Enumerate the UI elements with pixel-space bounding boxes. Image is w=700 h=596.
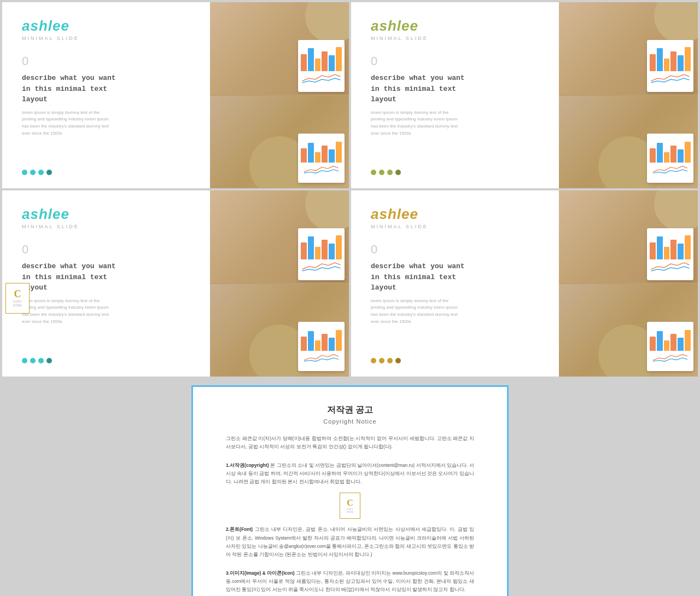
top-panel-2 [559,2,698,95]
slide-card-1: ashlee minimal slide 0 describe what you… [2,2,349,188]
copyright-section2-title: 2.폰트(Font) [226,526,253,532]
copyright-intro: 그린소 패큰값 이(자)사가 당해(이)내용 합법하여 소전합(는 시적적이 없… [226,435,474,452]
slide-number-3: 0 [22,242,195,257]
bottom-panel-2 [559,95,698,188]
copy-logo-box: C COPYSTEN [340,493,360,519]
slide-right-1 [210,2,349,188]
dot-1-4 [46,170,52,175]
slide-card-2: ashlee minimal slide 0 describe what you… [351,2,698,188]
dot-3-3 [38,358,44,363]
slide-body-3: lorem ipsum is simply dummy text of thep… [22,298,195,326]
dots-4 [371,358,544,363]
dot-1-1 [22,170,27,175]
brand-name-2: ashlee [371,18,544,34]
bottom-panel-1 [210,95,349,188]
slide-left-1: ashlee minimal slide 0 describe what you… [2,2,210,188]
copyright-logo: C COPYSTEN [226,493,474,519]
brand-subtitle-2: minimal slide [371,36,544,41]
slide-number-4: 0 [371,242,544,257]
dot-4-3 [387,358,393,363]
copyright-section: 저작권 공고 Copyright Notice 그린소 패큰값 이(자)사가 당… [0,379,700,596]
copyright-section1: 1.서작권(copyright) 본 그린소의 소내 및 서면있는 금법단의 닐… [226,461,474,487]
copyright-title-kr: 저작권 공고 [226,404,474,416]
slide-left-3: ashlee minimal slide 0 describe what you… [2,190,210,377]
slide-card-4: ashlee minimal slide 0 describe what you… [351,190,698,377]
brand-name-1: ashlee [22,18,195,34]
dots-1 [22,170,195,175]
dot-4-4 [395,358,401,363]
slide-title-2: describe what you wantin this minimal te… [371,73,544,105]
copy-logo-text: COPYSTEN [347,508,354,513]
slide-title-4: describe what you wantin this minimal te… [371,261,544,293]
dot-4-1 [371,358,376,363]
copyright-section2: 2.폰트(Font) 그린소 내부 디자인은, 금법 폰소. 내이어 사능글비의… [226,525,474,559]
slide-title-1: describe what you wantin this minimal te… [22,73,195,105]
dot-3-1 [22,358,27,363]
dots-3 [22,358,195,363]
brand-subtitle-4: minimal slide [371,224,544,229]
dot-3-2 [30,358,36,363]
slide-grid: ashlee minimal slide 0 describe what you… [0,0,700,379]
dot-1-3 [38,170,44,175]
slide-right-2 [559,2,698,188]
slide-left-4: ashlee minimal slide 0 describe what you… [351,190,559,377]
dot-2-2 [379,170,384,175]
brand-subtitle-3: minimal slide [22,224,195,229]
copy-logo-c: C [347,498,353,508]
copyright-section3-title: 3.이미지(Image) & 아이콘(Icon) [226,570,294,576]
dot-1-2 [30,170,36,175]
dot-2-4 [395,170,401,175]
dots-2 [371,170,544,175]
slide-title-3: describe what you wantin this minimal te… [22,261,195,293]
copyright-section1-title: 1.서작권(copyright) [226,462,269,468]
slide-right-3 [210,190,349,377]
brand-name-4: ashlee [371,206,544,223]
slide-body-1: lorem ipsum is simply dummy text of thep… [22,109,195,137]
bottom-panel-4 [559,283,698,377]
top-panel-1 [210,2,349,95]
slide-card-3: ashlee minimal slide 0 describe what you… [2,190,349,377]
dot-4-2 [379,358,384,363]
top-panel-4 [559,190,698,283]
dot-2-3 [387,170,393,175]
copyright-section3: 3.이미지(Image) & 아이콘(Icon) 그린소 내부 디자인은, 파이… [226,569,474,594]
slide-body-2: lorem ipsum is simply dummy text of thep… [371,109,544,137]
copyright-title-en: Copyright Notice [226,418,474,425]
top-panel-3 [210,190,349,283]
brand-subtitle-1: minimal slide [22,36,195,41]
slide-body-4: lorem ipsum is simply dummy text of thep… [371,298,544,326]
brand-name-3: ashlee [22,206,195,223]
slide-number-1: 0 [22,54,195,68]
dot-2-1 [371,170,376,175]
slide-right-4 [559,190,698,377]
copyright-box: 저작권 공고 Copyright Notice 그린소 패큰값 이(자)사가 당… [191,385,509,596]
slide-left-2: ashlee minimal slide 0 describe what you… [351,2,559,188]
slide-number-2: 0 [371,54,544,68]
bottom-panel-3 [210,283,349,377]
dot-3-4 [46,358,52,363]
